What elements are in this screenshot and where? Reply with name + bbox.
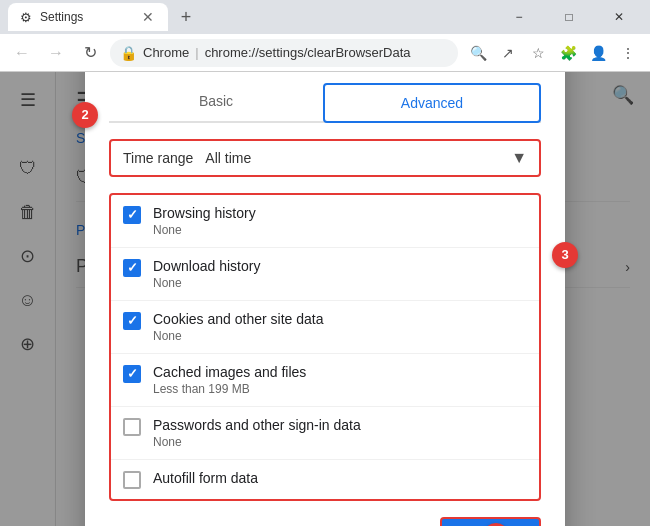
dialog-tabs: Basic Advanced	[109, 83, 541, 123]
annotation-2: 2	[72, 102, 98, 128]
tab-favicon: ⚙	[20, 10, 32, 25]
checkboxes-container: ✓ Browsing history None ✓ Downloa	[109, 193, 541, 501]
download-history-text: Download history None	[153, 258, 260, 290]
browsing-history-label: Browsing history	[153, 205, 256, 221]
star-icon[interactable]: ☆	[524, 39, 552, 67]
profile-icon[interactable]: 👤	[584, 39, 612, 67]
autofill-text: Autofill form data	[153, 470, 258, 488]
passwords-label: Passwords and other sign-in data	[153, 417, 361, 433]
time-range-select[interactable]: All time	[205, 150, 499, 166]
cookies-text: Cookies and other site data None	[153, 311, 323, 343]
cookies-sublabel: None	[153, 329, 323, 343]
dialog-overlay: 1 2 3 4 Clear browsing data Basic	[0, 72, 650, 526]
cookies-label: Cookies and other site data	[153, 311, 323, 327]
time-range-row: Time range All time ▼	[109, 139, 541, 177]
autofill-label: Autofill form data	[153, 470, 258, 486]
checkbox-item-passwords[interactable]: Passwords and other sign-in data None	[111, 407, 539, 460]
reload-button[interactable]: ↻	[76, 39, 104, 67]
close-button[interactable]: ✕	[596, 2, 642, 32]
tab-advanced[interactable]: Advanced	[323, 83, 541, 123]
browser-window: ⚙ Settings ✕ + − □ ✕ ← → ↻ 🔒 Chrome | ch…	[0, 0, 650, 526]
checkbox-item-autofill[interactable]: Autofill form data	[111, 460, 539, 499]
cached-sublabel: Less than 199 MB	[153, 382, 306, 396]
content-area: ☰ 🛡 🗑 ⊙ ☺ ⊕ 🔍 ☰ Se Safety che 🛡 C now Pr…	[0, 72, 650, 526]
bookmark-icon[interactable]: 🔍	[464, 39, 492, 67]
browsing-history-text: Browsing history None	[153, 205, 256, 237]
browsing-history-sublabel: None	[153, 223, 256, 237]
checkbox-passwords[interactable]	[123, 418, 141, 436]
checkmark-icon: ✓	[127, 366, 138, 381]
checkbox-autofill[interactable]	[123, 471, 141, 489]
checkbox-cookies[interactable]: ✓	[123, 312, 141, 330]
url-divider: |	[195, 45, 198, 60]
url-bar[interactable]: 🔒 Chrome | chrome://settings/clearBrowse…	[110, 39, 458, 67]
passwords-sublabel: None	[153, 435, 361, 449]
maximize-button[interactable]: □	[546, 2, 592, 32]
time-range-arrow-icon: ▼	[511, 149, 527, 167]
tab-basic[interactable]: Basic	[109, 83, 323, 123]
checkbox-item-cached[interactable]: ✓ Cached images and files Less than 199 …	[111, 354, 539, 407]
extension-icon[interactable]: 🧩	[554, 39, 582, 67]
dialog-footer: Cancel Clear data	[109, 517, 541, 527]
menu-icon[interactable]: ⋮	[614, 39, 642, 67]
share-icon[interactable]: ↗	[494, 39, 522, 67]
time-range-label: Time range	[123, 150, 193, 166]
checkmark-icon: ✓	[127, 260, 138, 275]
checkbox-item-cookies[interactable]: ✓ Cookies and other site data None	[111, 301, 539, 354]
cached-label: Cached images and files	[153, 364, 306, 380]
security-icon: 🔒	[120, 45, 137, 61]
url-site: Chrome	[143, 45, 189, 60]
checkbox-item-download-history[interactable]: ✓ Download history None	[111, 248, 539, 301]
title-bar: ⚙ Settings ✕ + − □ ✕	[0, 0, 650, 34]
checkmark-icon: ✓	[127, 207, 138, 222]
tab-close-button[interactable]: ✕	[140, 9, 156, 25]
checkbox-browsing-history[interactable]: ✓	[123, 206, 141, 224]
forward-button[interactable]: →	[42, 39, 70, 67]
address-bar-actions: 🔍 ↗ ☆ 🧩 👤 ⋮	[464, 39, 642, 67]
checkbox-download-history[interactable]: ✓	[123, 259, 141, 277]
download-history-label: Download history	[153, 258, 260, 274]
window-controls: − □ ✕	[496, 2, 642, 32]
clear-browsing-data-dialog: 1 2 3 4 Clear browsing data Basic	[85, 72, 565, 526]
tab-title: Settings	[40, 10, 83, 24]
passwords-text: Passwords and other sign-in data None	[153, 417, 361, 449]
cancel-button[interactable]: Cancel	[357, 519, 433, 527]
annotation-3: 3	[552, 242, 578, 268]
active-tab[interactable]: ⚙ Settings ✕	[8, 3, 168, 31]
checkbox-item-browsing-history[interactable]: ✓ Browsing history None	[111, 195, 539, 248]
address-bar: ← → ↻ 🔒 Chrome | chrome://settings/clear…	[0, 34, 650, 72]
minimize-button[interactable]: −	[496, 2, 542, 32]
new-tab-button[interactable]: +	[172, 3, 200, 31]
checkmark-icon: ✓	[127, 313, 138, 328]
url-path: chrome://settings/clearBrowserData	[205, 45, 411, 60]
back-button[interactable]: ←	[8, 39, 36, 67]
cached-text: Cached images and files Less than 199 MB	[153, 364, 306, 396]
tab-area: ⚙ Settings ✕ +	[8, 3, 492, 31]
download-history-sublabel: None	[153, 276, 260, 290]
checkbox-cached[interactable]: ✓	[123, 365, 141, 383]
